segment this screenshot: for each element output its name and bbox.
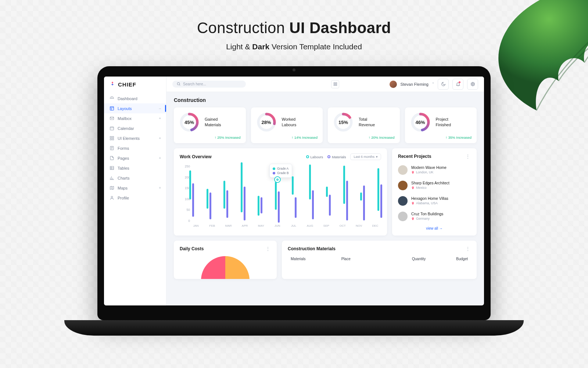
view-all-link[interactable]: view all → (398, 226, 471, 230)
bar-labours[interactable] (377, 168, 379, 211)
daily-costs-title: Daily Costs (180, 246, 204, 251)
project-item[interactable]: Cruz Ton Buildings Germany (398, 209, 471, 224)
svg-point-15 (472, 84, 473, 85)
donut-chart: 15% (333, 112, 354, 132)
svg-rect-4 (112, 137, 114, 138)
project-location: Alabama, USA (411, 201, 448, 205)
bar-group-nov (359, 164, 366, 223)
bar-materials[interactable] (261, 197, 262, 213)
project-item[interactable]: Modern Wave Home London, UK (398, 162, 471, 178)
bar-labours[interactable] (223, 181, 225, 209)
project-location: London, UK (411, 170, 447, 174)
project-location: Mexico (411, 186, 449, 190)
sidebar: CHIEF Dashboard Layouts – Mailbox + Cale… (104, 77, 166, 305)
project-avatar (398, 212, 408, 221)
sidebar-item-charts[interactable]: Charts (104, 173, 166, 183)
sidebar-item-tables[interactable]: Tables (104, 163, 166, 173)
search-input[interactable]: Search here... (172, 81, 246, 88)
construction-materials-panel: Construction Materials ⋮ Materials Place… (282, 241, 477, 279)
project-name: Cruz Ton Buildings (411, 212, 443, 216)
bar-materials[interactable] (312, 190, 314, 219)
bar-labours[interactable] (292, 176, 294, 195)
bar-materials[interactable] (278, 191, 280, 223)
materials-title: Construction Materials (288, 246, 336, 251)
bar-labours[interactable] (189, 170, 191, 199)
user-name[interactable]: Stevan Fleming (401, 82, 429, 86)
bar-materials[interactable] (363, 185, 365, 220)
bar-labours[interactable] (258, 196, 259, 216)
calendar-icon (109, 126, 114, 131)
sidebar-item-dashboard[interactable]: Dashboard (104, 93, 166, 103)
x-axis: JANFEBMARAPRMAYJUNJULAUGSEPOCTNOVDEC (191, 224, 380, 229)
bar-labours[interactable] (326, 187, 328, 197)
grid-icon-button[interactable] (331, 80, 339, 88)
bar-labours[interactable] (343, 166, 345, 204)
sidebar-item-label: UI Elements (118, 136, 140, 141)
bar-group-oct (342, 164, 349, 223)
bar-group-jan (188, 164, 195, 223)
sidebar-item-mailbox[interactable]: Mailbox + (104, 113, 166, 123)
sidebar-item-profile[interactable]: Profile (104, 193, 166, 203)
bar-labours[interactable] (309, 164, 311, 199)
svg-rect-8 (110, 166, 114, 170)
settings-button[interactable] (467, 79, 478, 90)
expand-icon: + (159, 186, 161, 190)
bar-materials[interactable] (329, 195, 331, 216)
stat-card-total: 15% TotalRevenue 20% Increased (328, 107, 400, 143)
sidebar-item-maps[interactable]: Maps + (104, 183, 166, 193)
forms-icon (109, 146, 114, 151)
bar-materials[interactable] (244, 187, 245, 220)
svg-rect-13 (334, 84, 335, 85)
recent-projects-panel: Recent Projects ⋮ Modern Wave Home Londo… (392, 148, 477, 236)
svg-rect-3 (110, 137, 111, 138)
project-avatar (398, 165, 408, 175)
svg-rect-11 (334, 82, 335, 84)
expand-icon: + (159, 116, 161, 120)
bar-materials[interactable] (192, 183, 194, 217)
range-dropdown[interactable]: Last 6 months▾ (350, 153, 381, 160)
bar-group-jun (273, 164, 281, 223)
bar-materials[interactable] (209, 192, 211, 219)
daily-costs-menu[interactable]: ⋮ (265, 246, 271, 252)
stat-percent: 28% (256, 112, 277, 132)
sidebar-item-label: Forms (118, 146, 129, 151)
sidebar-item-calendar[interactable]: Calendar (104, 123, 166, 133)
legend-materials: Materials (327, 155, 346, 159)
user-chevron-icon[interactable]: ˅ (432, 82, 434, 86)
page-title: Construction (174, 97, 477, 103)
avatar[interactable] (390, 81, 397, 88)
work-overview-panel: Work Overview Labours Materials Last 6 m… (174, 148, 387, 236)
bar-labours[interactable] (275, 182, 277, 210)
sidebar-item-layouts[interactable]: Layouts – (104, 103, 166, 113)
bar-materials[interactable] (295, 197, 297, 218)
stat-label: TotalRevenue (359, 117, 375, 128)
notifications-button[interactable] (452, 79, 463, 90)
pages-icon (109, 156, 114, 161)
theme-toggle-button[interactable] (438, 79, 449, 90)
bar-materials[interactable] (380, 184, 382, 218)
legend-labours: Labours (306, 155, 323, 159)
sidebar-item-pages[interactable]: Pages + (104, 153, 166, 163)
bar-labours[interactable] (241, 162, 243, 212)
promo-subtitle: Light & Dark Version Template Included (0, 42, 588, 51)
bar-labours[interactable] (207, 189, 208, 209)
brand-logo[interactable]: CHIEF (104, 77, 166, 91)
stat-label: ProjectFinished (436, 117, 451, 128)
bar-materials[interactable] (226, 190, 228, 218)
pin-icon (411, 202, 415, 205)
svg-point-10 (177, 82, 179, 85)
sidebar-item-forms[interactable]: Forms (104, 143, 166, 153)
layouts-icon (109, 106, 114, 111)
bar-labours[interactable] (360, 192, 362, 201)
project-item[interactable]: Sharp Edges Architect Mexico (398, 178, 471, 193)
stat-percent: 45% (179, 112, 200, 132)
svg-rect-6 (112, 139, 114, 140)
bar-materials[interactable] (346, 181, 348, 220)
project-item[interactable]: Hexagon Home Villas Alabama, USA (398, 193, 471, 209)
bar-group-aug (308, 164, 315, 223)
materials-menu[interactable]: ⋮ (465, 246, 471, 252)
bar-group-dec (376, 164, 383, 223)
recent-projects-menu[interactable]: ⋮ (465, 153, 471, 159)
sidebar-item-label: Pages (118, 156, 129, 160)
sidebar-item-ui-elements[interactable]: UI Elements + (104, 133, 166, 143)
